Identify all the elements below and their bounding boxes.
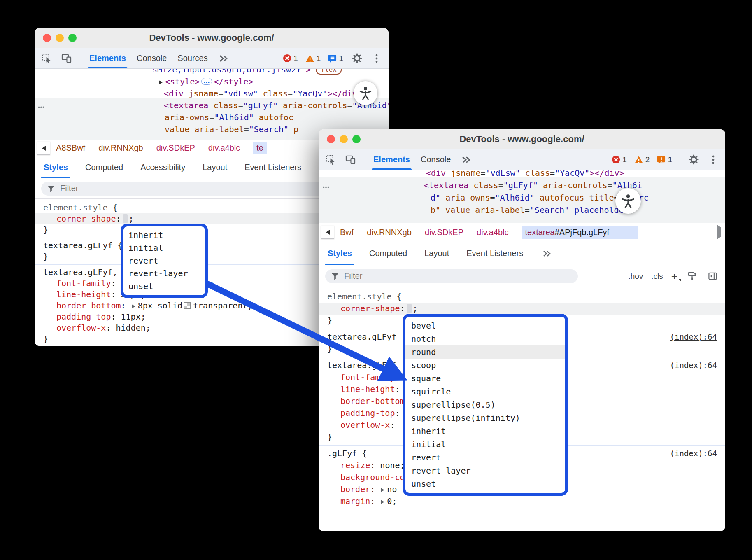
tab-event-listeners[interactable]: Event Listeners xyxy=(466,242,523,265)
paint-roller-icon[interactable] xyxy=(686,270,698,282)
expand-triangle-icon[interactable] xyxy=(381,500,384,504)
tab-event-listeners[interactable]: Event Listeners xyxy=(244,156,301,178)
dropdown-item[interactable]: notch xyxy=(405,332,565,345)
breadcrumb-item[interactable]: div.a4blc xyxy=(208,143,240,153)
kebab-menu-icon[interactable] xyxy=(707,154,719,166)
minimize-button[interactable] xyxy=(340,135,348,143)
breadcrumb-back-icon[interactable] xyxy=(321,226,334,239)
tab-layout[interactable]: Layout xyxy=(424,242,449,265)
code-line[interactable]: d" aria-owns="Alh6id" autofocus title="S… xyxy=(319,191,725,204)
device-toolbar-icon[interactable] xyxy=(344,154,356,166)
tab-computed[interactable]: Computed xyxy=(369,242,407,265)
zoom-button[interactable] xyxy=(68,34,77,42)
tab-elements[interactable]: Elements xyxy=(88,48,128,68)
code-line[interactable]: <div jsname="vdLsw" class="YacQv"></div> xyxy=(35,88,389,100)
dropdown-item[interactable]: unset xyxy=(405,477,565,490)
more-tabs-icon[interactable] xyxy=(460,154,472,166)
dropdown-item[interactable]: revert-layer xyxy=(123,267,205,280)
toggle-sidebar-icon[interactable] xyxy=(706,270,719,282)
source-link[interactable]: (index):64 xyxy=(670,448,717,460)
inspect-icon[interactable] xyxy=(40,52,53,65)
accessibility-person-icon[interactable] xyxy=(354,81,377,105)
tab-elements[interactable]: Elements xyxy=(372,149,412,170)
inspect-icon[interactable] xyxy=(324,154,337,166)
dropdown-item[interactable]: superellipse(infinity) xyxy=(405,411,565,425)
kebab-menu-icon[interactable] xyxy=(370,52,383,65)
breadcrumb-item[interactable]: A8SBwf xyxy=(56,143,85,153)
code-line[interactable]: <textarea class="gLFyf" aria-controls="A… xyxy=(35,100,389,112)
breadcrumb-item[interactable]: div.SDkEP xyxy=(425,228,463,237)
tab-styles[interactable]: Styles xyxy=(328,242,352,265)
tab-computed[interactable]: Computed xyxy=(85,156,123,178)
breadcrumb-item[interactable]: div.SDkEP xyxy=(156,143,195,153)
dropdown-item[interactable]: revert-layer xyxy=(405,464,565,477)
code-line[interactable]: <style></style> xyxy=(35,76,389,88)
breadcrumb-item[interactable]: div.a4blc xyxy=(477,228,508,237)
toggle-hover-state-button[interactable]: :hov xyxy=(628,272,643,281)
tab-console[interactable]: Console xyxy=(419,149,452,170)
breadcrumb-item[interactable]: div.RNNXgb xyxy=(367,228,412,237)
dropdown-item[interactable]: bevel xyxy=(405,319,565,332)
expand-triangle-icon[interactable] xyxy=(381,488,384,492)
property-line[interactable]: corner-shape:; xyxy=(319,303,725,315)
toggle-class-button[interactable]: .cls xyxy=(651,272,663,281)
accessibility-person-icon[interactable] xyxy=(615,188,641,214)
dropdown-item[interactable]: initial xyxy=(405,438,565,451)
issues-badge[interactable]: 1 xyxy=(657,155,672,164)
line-options-icon[interactable] xyxy=(38,100,44,112)
flex-badge[interactable]: flex xyxy=(316,69,342,75)
breadcrumb-item-selected[interactable]: te xyxy=(253,142,267,154)
breadcrumb-item[interactable]: div.RNNXgb xyxy=(98,143,143,153)
line-options-icon[interactable] xyxy=(323,179,329,191)
transparent-color-swatch[interactable] xyxy=(184,302,191,309)
inline-style-more-icon[interactable] xyxy=(201,78,212,85)
tab-layout[interactable]: Layout xyxy=(203,156,227,178)
breadcrumb-back-icon[interactable] xyxy=(37,142,50,155)
breadcrumb-item-selected[interactable]: textarea#APjFqb.gLFyf xyxy=(522,226,638,239)
error-badge[interactable]: 1 xyxy=(283,54,298,63)
more-tabs-icon[interactable] xyxy=(540,247,553,260)
tab-styles[interactable]: Styles xyxy=(44,156,68,178)
titlebar[interactable]: DevTools - www.google.com/ xyxy=(319,129,725,149)
code-line[interactable]: aria-owns="Alh6id" autofoc xyxy=(35,112,389,124)
dropdown-item[interactable]: inherit xyxy=(405,425,565,438)
minimize-button[interactable] xyxy=(56,34,64,42)
breadcrumb-item[interactable]: Bwf xyxy=(340,228,354,237)
source-link[interactable]: (index):64 xyxy=(670,331,717,343)
code-line[interactable]: <textarea class="gLFyf" aria-controls="A… xyxy=(319,179,725,191)
dropdown-item[interactable]: inherit xyxy=(123,229,205,242)
tab-sources[interactable]: Sources xyxy=(176,48,209,68)
error-badge[interactable]: 1 xyxy=(612,155,627,164)
tab-console[interactable]: Console xyxy=(135,48,168,68)
gear-icon[interactable] xyxy=(351,52,363,65)
dropdown-item[interactable]: unset xyxy=(123,280,205,293)
issues-badge[interactable]: 1 xyxy=(328,54,343,63)
dropdown-item[interactable]: scoop xyxy=(405,359,565,372)
close-button[interactable] xyxy=(327,135,335,143)
dropdown-item[interactable]: revert xyxy=(123,254,205,267)
gear-icon[interactable] xyxy=(687,154,700,166)
dropdown-item[interactable]: superellipse(0.5) xyxy=(405,398,565,411)
style-filter[interactable] xyxy=(325,269,578,283)
dropdown-item[interactable]: revert xyxy=(405,451,565,464)
dropdown-item[interactable]: squircle xyxy=(405,385,565,398)
dropdown-item-selected[interactable]: round xyxy=(405,345,565,359)
device-toolbar-icon[interactable] xyxy=(60,52,72,65)
dropdown-item[interactable]: square xyxy=(405,372,565,385)
breadcrumb-next-icon[interactable] xyxy=(717,228,721,237)
property-line[interactable]: margin: 0; xyxy=(319,495,725,507)
warning-badge[interactable]: 1 xyxy=(305,54,321,63)
rule-selector-line[interactable]: element.style { xyxy=(319,291,725,303)
titlebar[interactable]: DevTools - www.google.com/ xyxy=(35,28,389,48)
code-line[interactable]: sMize,input.dsSQLd,blur.jisw2Y">flex xyxy=(35,69,389,76)
expand-triangle-icon[interactable] xyxy=(132,304,135,308)
expand-triangle-icon[interactable] xyxy=(159,80,163,84)
source-link[interactable]: (index):64 xyxy=(670,359,717,371)
more-tabs-icon[interactable] xyxy=(217,52,229,65)
close-button[interactable] xyxy=(43,34,51,42)
code-line[interactable]: b" value aria-label="Search" placeholder xyxy=(319,204,725,216)
zoom-button[interactable] xyxy=(352,135,361,143)
new-style-rule-button[interactable]: + xyxy=(671,272,677,280)
code-line[interactable]: <div jsname="vdLsw" class="YacQv"></div> xyxy=(319,170,725,179)
filter-input[interactable] xyxy=(343,271,572,281)
